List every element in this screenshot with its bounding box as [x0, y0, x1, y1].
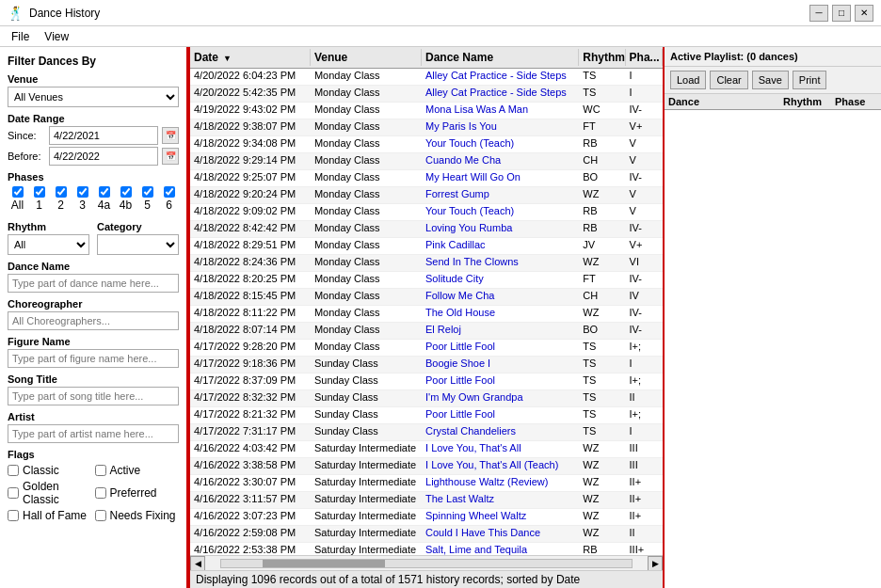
phase-1-checkbox[interactable] [34, 186, 45, 198]
song-title-input[interactable] [8, 387, 179, 405]
table-row[interactable]: 4/17/2022 8:37:09 PM Sunday Class Poor L… [190, 373, 663, 390]
table-row[interactable]: 4/18/2022 9:25:07 PM Monday Class My Hea… [190, 170, 663, 187]
cell-dance[interactable]: Poor Little Fool [422, 340, 579, 356]
table-row[interactable]: 4/18/2022 9:20:24 PM Monday Class Forres… [190, 187, 663, 204]
phase-5-checkbox[interactable] [142, 186, 153, 198]
maximize-button[interactable]: □ [832, 5, 851, 22]
phase-6-checkbox[interactable] [164, 186, 175, 198]
cell-dance[interactable]: I Love You, That's All (Teach) [422, 458, 579, 474]
cell-dance[interactable]: I'm My Own Grandpa [422, 390, 579, 406]
minimize-button[interactable]: ─ [809, 5, 828, 22]
scrollbar-thumb[interactable] [263, 560, 386, 567]
table-row[interactable]: 4/18/2022 8:42:42 PM Monday Class Loving… [190, 221, 663, 238]
since-calendar-button[interactable]: 📅 [162, 127, 179, 144]
phase-4a-checkbox[interactable] [99, 186, 110, 198]
table-row[interactable]: 4/20/2022 5:42:35 PM Monday Class Alley … [190, 86, 663, 103]
table-row[interactable]: 4/16/2022 4:03:42 PM Saturday Intermedia… [190, 441, 663, 458]
flag-classic-checkbox[interactable] [8, 465, 19, 476]
flag-preferred-checkbox[interactable] [95, 487, 106, 499]
cell-dance[interactable]: Boogie Shoe I [422, 357, 579, 373]
dance-name-input[interactable] [8, 274, 179, 293]
cell-dance[interactable]: Solitude City [422, 272, 579, 288]
phase-3-checkbox[interactable] [77, 186, 88, 198]
table-row[interactable]: 4/18/2022 9:29:14 PM Monday Class Cuando… [190, 153, 663, 170]
artist-input[interactable] [8, 424, 179, 443]
horizontal-scrollbar[interactable]: ◀ ▶ [190, 555, 663, 570]
cell-dance[interactable]: Lighthouse Waltz (Review) [422, 475, 579, 491]
table-row[interactable]: 4/18/2022 8:07:14 PM Monday Class El Rel… [190, 323, 663, 340]
cell-dance[interactable]: My Paris Is You [422, 119, 579, 135]
scrollbar-track[interactable] [220, 559, 633, 568]
table-row[interactable]: 4/18/2022 8:29:51 PM Monday Class Pink C… [190, 238, 663, 255]
cell-dance[interactable]: Crystal Chandeliers [422, 424, 579, 440]
cell-dance[interactable]: Spinning Wheel Waltz [422, 509, 579, 525]
col-dance-header[interactable]: Dance Name [422, 49, 579, 66]
cell-dance[interactable]: Could I Have This Dance [422, 526, 579, 542]
table-row[interactable]: 4/16/2022 3:07:23 PM Saturday Intermedia… [190, 509, 663, 526]
cell-dance[interactable]: The Last Waltz [422, 492, 579, 508]
rhythm-select[interactable]: All [8, 234, 89, 255]
table-row[interactable]: 4/16/2022 3:38:58 PM Saturday Intermedia… [190, 458, 663, 475]
cell-dance[interactable]: Mona Lisa Was A Man [422, 103, 579, 119]
cell-dance[interactable]: Forrest Gump [422, 187, 579, 203]
category-select[interactable] [97, 234, 179, 255]
cell-dance[interactable]: El Reloj [422, 323, 579, 339]
cell-dance[interactable]: Follow Me Cha [422, 289, 579, 305]
col-rhythm-header[interactable]: Rhythm [579, 49, 625, 66]
table-row[interactable]: 4/18/2022 8:24:36 PM Monday Class Send I… [190, 255, 663, 272]
phase-4b-checkbox[interactable] [120, 186, 132, 198]
before-calendar-button[interactable]: 📅 [162, 148, 179, 165]
menu-view[interactable]: View [37, 28, 76, 45]
choreographer-input[interactable] [8, 311, 179, 330]
flag-golden-classic-checkbox[interactable] [8, 487, 19, 499]
cell-dance[interactable]: I Love You, That's All [422, 441, 579, 457]
table-row[interactable]: 4/17/2022 8:32:32 PM Sunday Class I'm My… [190, 390, 663, 407]
cell-dance[interactable]: Your Touch (Teach) [422, 204, 579, 220]
table-row[interactable]: 4/19/2022 9:43:02 PM Monday Class Mona L… [190, 103, 663, 119]
col-date-header[interactable]: Date ▼ [190, 49, 311, 66]
clear-button[interactable]: Clear [710, 71, 747, 89]
cell-dance[interactable]: Your Touch (Teach) [422, 136, 579, 152]
table-row[interactable]: 4/18/2022 9:38:07 PM Monday Class My Par… [190, 119, 663, 136]
save-button[interactable]: Save [752, 71, 789, 89]
cell-dance[interactable]: The Old House [422, 306, 579, 322]
since-input[interactable]: 4/22/2021 [49, 126, 158, 145]
table-row[interactable]: 4/16/2022 3:30:07 PM Saturday Intermedia… [190, 475, 663, 492]
col-venue-header[interactable]: Venue [311, 49, 422, 66]
phase-all-checkbox[interactable] [12, 186, 24, 198]
table-row[interactable]: 4/18/2022 8:20:25 PM Monday Class Solitu… [190, 272, 663, 289]
scroll-right-button[interactable]: ▶ [648, 556, 663, 571]
table-row[interactable]: 4/17/2022 8:21:32 PM Sunday Class Poor L… [190, 407, 663, 424]
table-row[interactable]: 4/17/2022 7:31:17 PM Sunday Class Crysta… [190, 424, 663, 441]
cell-dance[interactable]: Poor Little Fool [422, 373, 579, 389]
flag-active-checkbox[interactable] [95, 465, 106, 476]
close-button[interactable]: ✕ [855, 5, 873, 22]
venue-select[interactable]: All Venues [8, 87, 179, 107]
cell-dance[interactable]: Pink Cadillac [422, 238, 579, 254]
table-row[interactable]: 4/18/2022 8:11:22 PM Monday Class The Ol… [190, 306, 663, 323]
cell-dance[interactable]: Alley Cat Practice - Side Steps [422, 69, 579, 85]
table-row[interactable]: 4/20/2022 6:04:23 PM Monday Class Alley … [190, 69, 663, 86]
cell-dance[interactable]: Poor Little Fool [422, 407, 579, 423]
print-button[interactable]: Print [793, 71, 827, 89]
table-row[interactable]: 4/17/2022 9:28:20 PM Monday Class Poor L… [190, 340, 663, 357]
cell-dance[interactable]: Salt, Lime and Tequila [422, 543, 579, 555]
table-row[interactable]: 4/16/2022 2:59:08 PM Saturday Intermedia… [190, 526, 663, 543]
cell-dance[interactable]: My Heart Will Go On [422, 170, 579, 186]
table-row[interactable]: 4/16/2022 2:53:38 PM Saturday Intermedia… [190, 543, 663, 555]
before-input[interactable]: 4/22/2022 [49, 147, 158, 166]
figure-name-input[interactable] [8, 349, 179, 368]
load-button[interactable]: Load [670, 71, 706, 89]
table-row[interactable]: 4/17/2022 9:18:36 PM Sunday Class Boogie… [190, 357, 663, 373]
table-row[interactable]: 4/18/2022 9:34:08 PM Monday Class Your T… [190, 136, 663, 153]
flag-hall-of-fame-checkbox[interactable] [8, 510, 19, 521]
table-row[interactable]: 4/16/2022 3:11:57 PM Saturday Intermedia… [190, 492, 663, 509]
menu-file[interactable]: File [4, 28, 37, 45]
cell-dance[interactable]: Send In The Clowns [422, 255, 579, 271]
cell-dance[interactable]: Loving You Rumba [422, 221, 579, 237]
table-row[interactable]: 4/18/2022 8:15:45 PM Monday Class Follow… [190, 289, 663, 306]
col-phase-header[interactable]: Pha... [626, 49, 663, 66]
table-row[interactable]: 4/18/2022 9:09:02 PM Monday Class Your T… [190, 204, 663, 221]
cell-dance[interactable]: Cuando Me Cha [422, 153, 579, 169]
cell-dance[interactable]: Alley Cat Practice - Side Steps [422, 86, 579, 102]
